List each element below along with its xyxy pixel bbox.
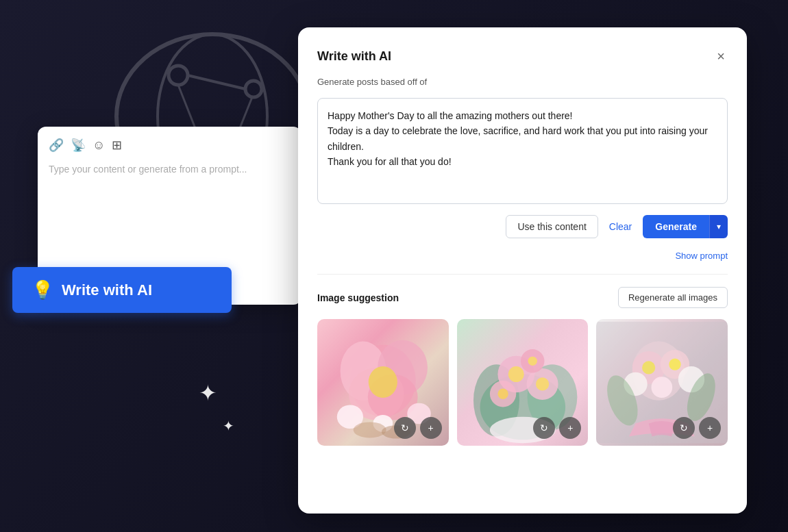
editor-placeholder: Type your content or generate from a pro… bbox=[49, 162, 291, 177]
generate-button[interactable]: Generate bbox=[643, 215, 709, 238]
svg-point-3 bbox=[245, 81, 262, 97]
write-ai-label: Write with AI bbox=[62, 281, 152, 299]
image-3-add[interactable]: + bbox=[699, 417, 721, 439]
image-3-refresh[interactable]: ↻ bbox=[673, 417, 695, 439]
grid-icon[interactable]: ⊞ bbox=[112, 138, 122, 153]
image-item-3: ↻ + bbox=[596, 319, 728, 446]
bulb-icon: 💡 bbox=[32, 279, 53, 301]
svg-line-6 bbox=[188, 75, 245, 89]
svg-point-38 bbox=[642, 361, 655, 374]
rss-icon[interactable]: 📡 bbox=[71, 138, 86, 153]
image-2-actions: ↻ + bbox=[533, 417, 581, 439]
svg-point-17 bbox=[369, 366, 397, 398]
close-button[interactable]: × bbox=[714, 47, 728, 66]
sparkle-2: ✦ bbox=[223, 418, 234, 434]
image-1-actions: ↻ + bbox=[394, 417, 442, 439]
svg-point-40 bbox=[669, 359, 681, 370]
svg-point-31 bbox=[497, 389, 508, 399]
image-3-actions: ↻ + bbox=[673, 417, 721, 439]
generate-dropdown-button[interactable]: ▾ bbox=[709, 215, 728, 238]
svg-point-27 bbox=[508, 366, 524, 382]
write-ai-button[interactable]: 💡 Write with AI bbox=[12, 267, 232, 313]
image-1-add[interactable]: + bbox=[420, 417, 442, 439]
sparkle-1: ✦ bbox=[199, 380, 217, 406]
link-icon[interactable]: 🔗 bbox=[49, 138, 64, 153]
svg-point-2 bbox=[169, 66, 188, 85]
show-prompt-row: Show prompt bbox=[317, 249, 728, 262]
ai-dialog: Write with AI × Generate posts based off… bbox=[298, 27, 747, 514]
svg-point-29 bbox=[536, 377, 549, 390]
editor-toolbar: 🔗 📡 ☺ ⊞ bbox=[49, 138, 291, 153]
action-row: Use this content Clear Generate ▾ bbox=[317, 215, 728, 238]
image-section-title: Image suggestion bbox=[317, 292, 399, 303]
image-2-refresh[interactable]: ↻ bbox=[533, 417, 555, 439]
scene: 🔗 📡 ☺ ⊞ Type your content or generate fr… bbox=[0, 0, 788, 532]
image-item-1: ↻ + bbox=[317, 319, 449, 446]
image-2-add[interactable]: + bbox=[559, 417, 581, 439]
dialog-header: Write with AI × bbox=[317, 47, 728, 66]
generate-label: Generate posts based off of bbox=[317, 77, 728, 87]
use-content-button[interactable]: Use this content bbox=[506, 215, 598, 238]
image-1-refresh[interactable]: ↻ bbox=[394, 417, 416, 439]
image-section-header: Image suggestion Regenerate all images bbox=[317, 287, 728, 308]
prompt-textarea[interactable]: Happy Mother's Day to all the amazing mo… bbox=[317, 98, 728, 204]
generate-button-group: Generate ▾ bbox=[643, 215, 728, 238]
emoji-icon[interactable]: ☺ bbox=[93, 138, 105, 153]
svg-point-33 bbox=[528, 357, 537, 366]
image-item-2: ↻ + bbox=[457, 319, 589, 446]
regenerate-all-button[interactable]: Regenerate all images bbox=[618, 287, 728, 308]
svg-point-21 bbox=[354, 422, 386, 438]
divider bbox=[317, 274, 728, 275]
show-prompt-button[interactable]: Show prompt bbox=[675, 251, 728, 261]
image-grid: ↻ + bbox=[317, 319, 728, 446]
svg-point-43 bbox=[652, 377, 673, 398]
dialog-title: Write with AI bbox=[317, 49, 391, 64]
clear-button[interactable]: Clear bbox=[606, 216, 635, 238]
